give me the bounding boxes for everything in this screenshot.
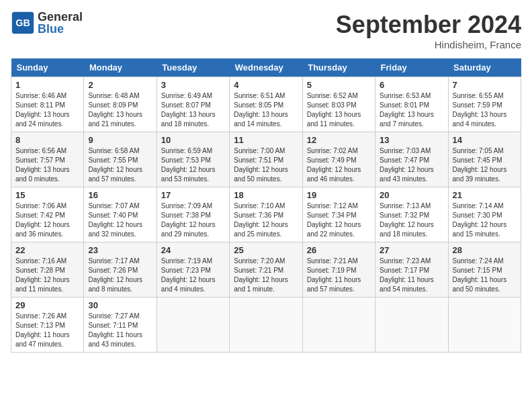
logo-text: General Blue: [38, 11, 83, 35]
calendar-cell: 25Sunrise: 7:20 AMSunset: 7:21 PMDayligh…: [230, 242, 302, 298]
day-header-saturday: Saturday: [448, 58, 521, 77]
day-info: Sunrise: 6:55 AMSunset: 7:59 PMDaylight:…: [453, 91, 517, 129]
day-info: Sunrise: 6:52 AMSunset: 8:03 PMDaylight:…: [307, 91, 371, 129]
day-info: Sunrise: 7:13 AMSunset: 7:32 PMDaylight:…: [380, 201, 443, 239]
logo-bottom: Blue: [38, 23, 83, 35]
calendar-cell: 11Sunrise: 7:00 AMSunset: 7:51 PMDayligh…: [230, 132, 302, 187]
day-info: Sunrise: 6:56 AMSunset: 7:57 PMDaylight:…: [15, 146, 79, 184]
day-number: 9: [88, 135, 152, 145]
day-info: Sunrise: 6:48 AMSunset: 8:09 PMDaylight:…: [88, 91, 152, 129]
logo: GB General Blue: [11, 11, 83, 35]
day-number: 11: [234, 135, 298, 145]
day-info: Sunrise: 6:58 AMSunset: 7:55 PMDaylight:…: [88, 146, 152, 184]
day-info: Sunrise: 7:23 AMSunset: 7:17 PMDaylight:…: [380, 257, 443, 294]
day-info: Sunrise: 7:16 AMSunset: 7:28 PMDaylight:…: [15, 257, 79, 294]
day-info: Sunrise: 7:21 AMSunset: 7:19 PMDaylight:…: [307, 257, 371, 294]
calendar-cell: [302, 298, 375, 353]
day-number: 26: [307, 245, 371, 255]
day-number: 25: [234, 245, 298, 255]
day-header-tuesday: Tuesday: [157, 58, 229, 77]
day-info: Sunrise: 6:53 AMSunset: 8:01 PMDaylight:…: [380, 91, 443, 129]
calendar-cell: 12Sunrise: 7:02 AMSunset: 7:49 PMDayligh…: [302, 132, 375, 187]
day-number: 16: [88, 190, 152, 200]
calendar-table: SundayMondayTuesdayWednesdayThursdayFrid…: [11, 58, 521, 353]
day-info: Sunrise: 7:17 AMSunset: 7:26 PMDaylight:…: [88, 257, 152, 294]
calendar-cell: 15Sunrise: 7:06 AMSunset: 7:42 PMDayligh…: [11, 187, 84, 242]
day-info: Sunrise: 6:51 AMSunset: 8:05 PMDaylight:…: [234, 91, 298, 129]
day-info: Sunrise: 7:00 AMSunset: 7:51 PMDaylight:…: [234, 146, 298, 184]
calendar-cell: 27Sunrise: 7:23 AMSunset: 7:17 PMDayligh…: [375, 242, 448, 298]
calendar-cell: 23Sunrise: 7:17 AMSunset: 7:26 PMDayligh…: [84, 242, 157, 298]
calendar-week-0: 1Sunrise: 6:46 AMSunset: 8:11 PMDaylight…: [11, 77, 521, 132]
calendar-cell: [448, 298, 521, 353]
calendar-cell: 8Sunrise: 6:56 AMSunset: 7:57 PMDaylight…: [11, 132, 84, 187]
day-header-monday: Monday: [84, 58, 157, 77]
svg-text:GB: GB: [15, 17, 30, 28]
day-info: Sunrise: 7:09 AMSunset: 7:38 PMDaylight:…: [161, 201, 225, 239]
day-info: Sunrise: 6:59 AMSunset: 7:53 PMDaylight:…: [161, 146, 225, 184]
calendar-cell: [157, 298, 229, 353]
calendar-cell: 21Sunrise: 7:14 AMSunset: 7:30 PMDayligh…: [448, 187, 521, 242]
day-number: 27: [380, 245, 443, 255]
day-number: 5: [307, 80, 371, 90]
calendar-week-3: 22Sunrise: 7:16 AMSunset: 7:28 PMDayligh…: [11, 242, 521, 298]
calendar-cell: 20Sunrise: 7:13 AMSunset: 7:32 PMDayligh…: [375, 187, 448, 242]
logo-icon: GB: [11, 11, 35, 35]
calendar-cell: 5Sunrise: 6:52 AMSunset: 8:03 PMDaylight…: [302, 77, 375, 132]
page-header: GB General Blue September 2024 Hindishei…: [11, 11, 521, 50]
day-number: 1: [15, 80, 79, 90]
day-header-wednesday: Wednesday: [230, 58, 302, 77]
location: Hindisheim, France: [336, 39, 521, 50]
calendar-week-2: 15Sunrise: 7:06 AMSunset: 7:42 PMDayligh…: [11, 187, 521, 242]
calendar-cell: 1Sunrise: 6:46 AMSunset: 8:11 PMDaylight…: [11, 77, 84, 132]
day-info: Sunrise: 6:46 AMSunset: 8:11 PMDaylight:…: [15, 91, 79, 129]
day-number: 6: [380, 80, 443, 90]
day-number: 24: [161, 245, 225, 255]
day-number: 18: [234, 190, 298, 200]
logo-top: General: [38, 11, 83, 23]
day-info: Sunrise: 7:26 AMSunset: 7:13 PMDaylight:…: [15, 312, 79, 349]
day-info: Sunrise: 7:07 AMSunset: 7:40 PMDaylight:…: [88, 201, 152, 239]
day-number: 8: [15, 135, 79, 145]
day-number: 4: [234, 80, 298, 90]
calendar-cell: 16Sunrise: 7:07 AMSunset: 7:40 PMDayligh…: [84, 187, 157, 242]
day-info: Sunrise: 7:24 AMSunset: 7:15 PMDaylight:…: [453, 257, 517, 294]
day-number: 14: [453, 135, 517, 145]
day-info: Sunrise: 7:14 AMSunset: 7:30 PMDaylight:…: [453, 201, 517, 239]
day-number: 3: [161, 80, 225, 90]
calendar-cell: [375, 298, 448, 353]
day-number: 29: [15, 300, 79, 310]
day-info: Sunrise: 7:10 AMSunset: 7:36 PMDaylight:…: [234, 201, 298, 239]
day-number: 2: [88, 80, 152, 90]
month-title: September 2024: [336, 11, 521, 39]
calendar-cell: 24Sunrise: 7:19 AMSunset: 7:23 PMDayligh…: [157, 242, 229, 298]
title-block: September 2024 Hindisheim, France: [336, 11, 521, 50]
days-header-row: SundayMondayTuesdayWednesdayThursdayFrid…: [11, 58, 521, 77]
calendar-cell: 14Sunrise: 7:05 AMSunset: 7:45 PMDayligh…: [448, 132, 521, 187]
day-info: Sunrise: 7:20 AMSunset: 7:21 PMDaylight:…: [234, 257, 298, 294]
calendar-week-4: 29Sunrise: 7:26 AMSunset: 7:13 PMDayligh…: [11, 298, 521, 353]
day-number: 17: [161, 190, 225, 200]
day-number: 12: [307, 135, 371, 145]
day-number: 28: [453, 245, 517, 255]
day-number: 7: [453, 80, 517, 90]
day-header-thursday: Thursday: [302, 58, 375, 77]
calendar-cell: 6Sunrise: 6:53 AMSunset: 8:01 PMDaylight…: [375, 77, 448, 132]
day-header-sunday: Sunday: [11, 58, 84, 77]
day-number: 15: [15, 190, 79, 200]
day-info: Sunrise: 7:03 AMSunset: 7:47 PMDaylight:…: [380, 146, 443, 184]
calendar-cell: 22Sunrise: 7:16 AMSunset: 7:28 PMDayligh…: [11, 242, 84, 298]
day-header-friday: Friday: [375, 58, 448, 77]
calendar-cell: 29Sunrise: 7:26 AMSunset: 7:13 PMDayligh…: [11, 298, 84, 353]
day-number: 21: [453, 190, 517, 200]
calendar-cell: 3Sunrise: 6:49 AMSunset: 8:07 PMDaylight…: [157, 77, 229, 132]
day-info: Sunrise: 7:12 AMSunset: 7:34 PMDaylight:…: [307, 201, 371, 239]
calendar-cell: 19Sunrise: 7:12 AMSunset: 7:34 PMDayligh…: [302, 187, 375, 242]
day-number: 30: [88, 300, 152, 310]
day-info: Sunrise: 6:49 AMSunset: 8:07 PMDaylight:…: [161, 91, 225, 129]
day-number: 20: [380, 190, 443, 200]
calendar-cell: 13Sunrise: 7:03 AMSunset: 7:47 PMDayligh…: [375, 132, 448, 187]
calendar-cell: 7Sunrise: 6:55 AMSunset: 7:59 PMDaylight…: [448, 77, 521, 132]
calendar-cell: [230, 298, 302, 353]
day-info: Sunrise: 7:02 AMSunset: 7:49 PMDaylight:…: [307, 146, 371, 184]
